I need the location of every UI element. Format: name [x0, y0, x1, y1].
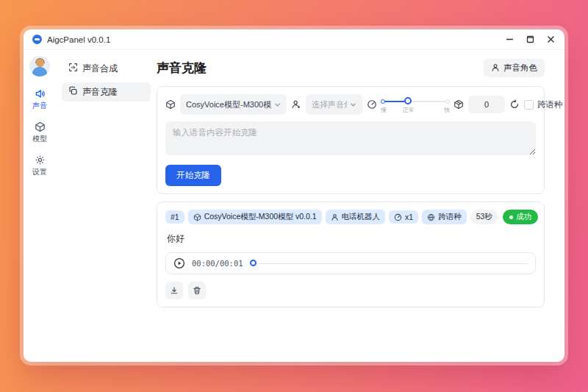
speed-label-fast: 快 [444, 106, 450, 114]
player-progress-handle[interactable] [250, 260, 257, 266]
page-title: 声音克隆 [157, 60, 207, 76]
icon-rail: 声音 模型 设置 [24, 50, 56, 362]
duration-badge: 53秒 [470, 210, 498, 224]
avatar[interactable] [29, 56, 50, 76]
result-voice-badge: 电话机器人 [326, 210, 386, 224]
start-clone-button[interactable]: 开始克隆 [165, 165, 221, 186]
seed-input[interactable] [468, 96, 505, 113]
speed-label-slow: 慢 [381, 106, 387, 114]
model-cube-icon [193, 213, 201, 221]
result-speed-badge: x1 [389, 210, 418, 224]
trash-icon[interactable] [188, 282, 206, 299]
maximize-icon[interactable] [525, 35, 535, 45]
result-cross-lingual-badge: 跨语种 [422, 210, 467, 224]
clone-text-input[interactable] [165, 121, 536, 155]
speed-slider[interactable]: 慢 正常 快 [381, 94, 449, 115]
rail-item-label: 模型 [32, 134, 47, 144]
rail-item-label: 设置 [32, 167, 47, 177]
subnav-item-voice-synthesis[interactable]: 声音合成 [62, 59, 151, 78]
close-icon[interactable] [545, 35, 556, 45]
seed-box-icon [453, 99, 464, 110]
speed-slider-handle[interactable] [404, 97, 412, 104]
rail-item-model[interactable]: 模型 [32, 121, 47, 144]
result-text: 你好 [167, 232, 536, 245]
gauge-icon [367, 99, 377, 110]
download-icon[interactable] [165, 282, 183, 299]
player-progress-slider[interactable] [250, 259, 528, 268]
main-content: 声音克隆 声音角色 CosyVoice模型-M300模型 v0.0.1 [157, 50, 564, 362]
cross-lingual-checkbox[interactable]: 跨语种 [524, 99, 563, 110]
model-cube-icon [35, 121, 46, 132]
refresh-icon[interactable] [509, 99, 520, 110]
checkbox-icon [524, 100, 534, 110]
player-time: 00:00/00:01 [192, 259, 243, 268]
model-cube-icon [165, 99, 176, 110]
model-select[interactable]: CosyVoice模型-M300模型 v0.0.1 [180, 94, 287, 115]
gauge-icon [394, 213, 402, 221]
subnav: 声音合成 声音克隆 [56, 50, 157, 362]
result-model-badge: CosyVoice模型-M300模型 v0.0.1 [188, 210, 322, 224]
person-icon [491, 63, 500, 74]
subnav-item-label: 声音合成 [82, 63, 118, 75]
window-title: AigcPanel v0.0.1 [47, 35, 110, 44]
chevron-down-icon [274, 98, 281, 111]
voice-select[interactable]: 选择声音角色 [306, 94, 362, 115]
globe-icon [427, 213, 435, 221]
titlebar: AigcPanel v0.0.1 [24, 29, 564, 50]
subnav-item-voice-clone[interactable]: 声音克隆 [62, 82, 151, 101]
speaker-icon [35, 88, 46, 99]
app-window: AigcPanel v0.0.1 声音 [24, 29, 564, 362]
status-dot-icon [509, 215, 513, 219]
minimize-icon[interactable] [504, 35, 514, 45]
voice-clone-icon [68, 86, 78, 98]
voice-synthesis-icon [68, 63, 78, 74]
person-add-icon [291, 99, 301, 110]
chevron-down-icon [350, 98, 356, 111]
play-icon[interactable] [173, 257, 185, 269]
audio-player: 00:00/00:01 [165, 252, 536, 274]
status-badge: 成功 [503, 210, 538, 224]
clone-form-card: CosyVoice模型-M300模型 v0.0.1 选择声音角色 [157, 86, 545, 194]
rail-item-voice[interactable]: 声音 [32, 88, 47, 111]
rail-item-label: 声音 [32, 101, 47, 111]
gear-icon [35, 154, 46, 165]
voice-role-button[interactable]: 声音角色 [484, 59, 545, 77]
result-index-badge: #1 [165, 210, 184, 224]
app-icon [32, 35, 42, 44]
subnav-item-label: 声音克隆 [82, 86, 118, 99]
speed-label-normal: 正常 [403, 106, 415, 114]
rail-item-settings[interactable]: 设置 [32, 154, 47, 177]
person-icon [331, 213, 339, 221]
result-card: #1 CosyVoice模型-M300模型 v0.0.1 电话机器人 x1 [157, 202, 545, 307]
